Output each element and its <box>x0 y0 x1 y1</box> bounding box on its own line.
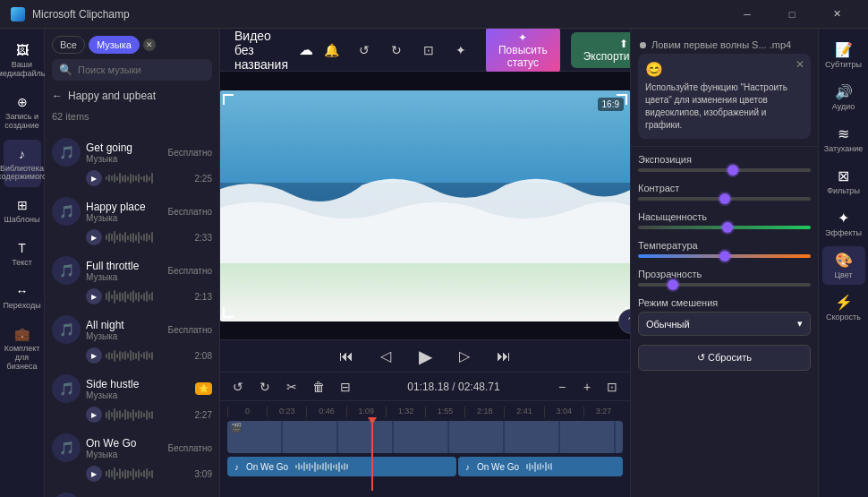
sidebar-tab-speed[interactable]: ⚡ Скорость <box>822 288 865 327</box>
play-small-button[interactable]: ▶ <box>86 347 102 364</box>
list-item[interactable]: 🎵 Inspiring Cou... Музыка Бесплатно ▶ 3:… <box>48 487 216 497</box>
sidebar-tab-effects[interactable]: ✦ Эффекты <box>822 204 865 243</box>
skip-back-button[interactable]: ⏮ <box>334 344 359 369</box>
list-item[interactable]: 🎵 Get going Музыка Бесплатно ▶ 2:25 <box>48 133 216 192</box>
sidebar-tab-audio[interactable]: 🔊 Аудио <box>822 78 865 116</box>
rotate-left-icon[interactable]: ↺ <box>350 36 379 64</box>
video-track[interactable]: 🎬 <box>227 421 623 453</box>
window-controls: ─ □ ✕ <box>727 0 857 29</box>
music-note-icon: 🎵 <box>52 138 81 167</box>
sidebar-item-templates[interactable]: ⊞ Шаблоны <box>4 191 41 230</box>
temperature-label: Температура <box>638 240 811 251</box>
audio-track-2[interactable]: ♪ On We Go <box>458 457 623 476</box>
zoom-out-button[interactable]: − <box>551 376 573 398</box>
list-item[interactable]: 🎵 On We Go Музыка Бесплатно ▶ 3:09 <box>48 428 216 487</box>
timeline-toolbar: ↺ ↻ ✂ 🗑 ⊟ 01:18.18 / 02:48.71 − + ⊡ <box>220 373 630 401</box>
maximize-button[interactable]: □ <box>771 0 813 29</box>
crop-icon[interactable]: ⊡ <box>414 36 443 64</box>
contrast-slider-section: Контраст <box>638 183 811 201</box>
filter-all[interactable]: Все <box>52 36 85 54</box>
back-arrow-icon: ← <box>52 90 63 102</box>
sidebar-item-record[interactable]: ⊕ Запись и создание <box>4 88 41 136</box>
list-item[interactable]: 🎵 Side hustle Музыка ⭐ ▶ 2:27 <box>48 369 216 428</box>
temperature-slider[interactable] <box>638 254 811 258</box>
music-note-icon: 🎵 <box>52 374 81 403</box>
timeline-cursor[interactable] <box>371 417 373 491</box>
audio-track-label: On We Go <box>246 462 288 472</box>
exposure-slider[interactable] <box>638 168 811 172</box>
sidebar-item-transitions[interactable]: ↔ Переходы <box>4 277 41 316</box>
delete-button[interactable]: 🗑 <box>308 376 329 398</box>
skip-forward-button[interactable]: ⏭ <box>491 344 516 369</box>
split-button[interactable]: ⊟ <box>335 376 356 398</box>
contrast-thumb[interactable] <box>719 193 730 204</box>
search-input[interactable] <box>78 64 205 75</box>
frame-forward-button[interactable]: ▷ <box>452 344 477 369</box>
filter-remove-icon[interactable]: ✕ <box>143 39 156 51</box>
play-small-button[interactable]: ▶ <box>86 170 102 186</box>
sidebar-tab-color[interactable]: 🎨 Цвет <box>822 246 865 285</box>
play-small-button[interactable]: ▶ <box>86 466 102 482</box>
search-box: 🔍 <box>52 59 212 81</box>
temperature-thumb[interactable] <box>719 251 730 261</box>
music-item-type: Музыка <box>86 154 163 164</box>
sparkle-icon[interactable]: ✦ <box>447 36 475 64</box>
timeline-tracks: 🎬 ♪ On We Go <box>220 417 630 491</box>
list-item[interactable]: 🎵 Happy place Музыка Бесплатно ▶ 2:33 <box>48 192 216 251</box>
saturation-slider[interactable] <box>638 226 811 229</box>
saturation-thumb[interactable] <box>722 222 733 233</box>
notification-close-button[interactable]: ✕ <box>793 57 807 72</box>
blend-mode-select[interactable]: Обычный ▾ <box>638 312 811 336</box>
sidebar-tab-subtitles[interactable]: 📝 Субтитры <box>822 36 865 74</box>
exposure-thumb[interactable] <box>728 165 738 176</box>
music-note-icon: 🎵 <box>52 433 81 462</box>
undo-button[interactable]: ↺ <box>227 376 249 398</box>
list-item[interactable]: 🎵 All night Музыка Бесплатно ▶ 2:08 <box>48 310 216 369</box>
music-item-name: On We Go <box>86 437 163 450</box>
reset-button[interactable]: ↺ Сбросить <box>638 345 811 371</box>
blend-mode-section: Режим смешения Обычный ▾ <box>638 297 811 336</box>
minimize-button[interactable]: ─ <box>727 0 768 29</box>
list-item[interactable]: 🎵 Full throttle Музыка Бесплатно ▶ 2:13 <box>48 251 216 310</box>
redo-button[interactable]: ↻ <box>254 376 276 398</box>
close-button[interactable]: ✕ <box>816 0 857 29</box>
frame-back-button[interactable]: ◁ <box>373 344 398 369</box>
waveform <box>106 466 188 482</box>
filters-icon: ⊠ <box>838 167 849 184</box>
export-button[interactable]: ⬆ Экспортировать <box>571 32 630 68</box>
play-small-button[interactable]: ▶ <box>86 229 102 245</box>
video-thumbnail-strip <box>227 421 623 453</box>
waveform <box>106 407 188 423</box>
audio-track-1[interactable]: ♪ On We Go <box>227 457 456 476</box>
media-icon: 🖼 <box>13 41 31 59</box>
search-icon: 🔍 <box>59 64 72 76</box>
sidebar-item-library[interactable]: ♪ Библиотека содержимого <box>4 140 41 188</box>
record-icon: ⊕ <box>13 93 31 111</box>
music-item-name: Side hustle <box>86 378 190 390</box>
play-button[interactable]: ▶ <box>413 344 438 369</box>
topbar: Видео без названия ☁ 🔔 ↺ ↻ ⊡ ✦ ✦ Повысит… <box>220 29 630 72</box>
play-small-button[interactable]: ▶ <box>86 288 102 304</box>
zoom-in-button[interactable]: + <box>576 376 598 398</box>
right-panel-notification: ⏺ Ловим первые волны S... .mp4 ✕ 😊 Испол… <box>631 29 818 147</box>
sidebar-tab-fade[interactable]: ≋ Затухание <box>822 120 865 159</box>
opacity-thumb[interactable] <box>668 279 678 290</box>
sidebar-item-biz[interactable]: 💼 Комплект для бизнеса <box>4 320 41 377</box>
recording-icon: ⏺ <box>638 39 648 50</box>
back-nav[interactable]: ← Happy and upbeat <box>52 86 212 106</box>
playback-controls: ⏮ ◁ ▶ ▷ ⏭ <box>220 339 630 372</box>
filter-music[interactable]: Музыка <box>89 36 140 54</box>
music-item-type: Музыка <box>86 331 163 341</box>
sidebar-tab-filters[interactable]: ⊠ Фильтры <box>822 162 865 201</box>
opacity-slider[interactable] <box>638 283 811 287</box>
play-small-button[interactable]: ▶ <box>86 407 102 423</box>
contrast-slider[interactable] <box>638 197 811 201</box>
waveform <box>106 229 188 245</box>
cut-button[interactable]: ✂ <box>281 376 302 398</box>
sidebar-item-media[interactable]: 🖼 Ваши медиафайлы <box>4 36 41 84</box>
fit-button[interactable]: ⊡ <box>601 376 623 398</box>
sidebar-item-text[interactable]: T Текст <box>4 234 41 273</box>
music-item-paid-badge: ⭐ <box>195 382 212 395</box>
rotate-right-icon[interactable]: ↻ <box>382 36 411 64</box>
upgrade-button[interactable]: ✦ Повысить статус <box>486 29 560 74</box>
